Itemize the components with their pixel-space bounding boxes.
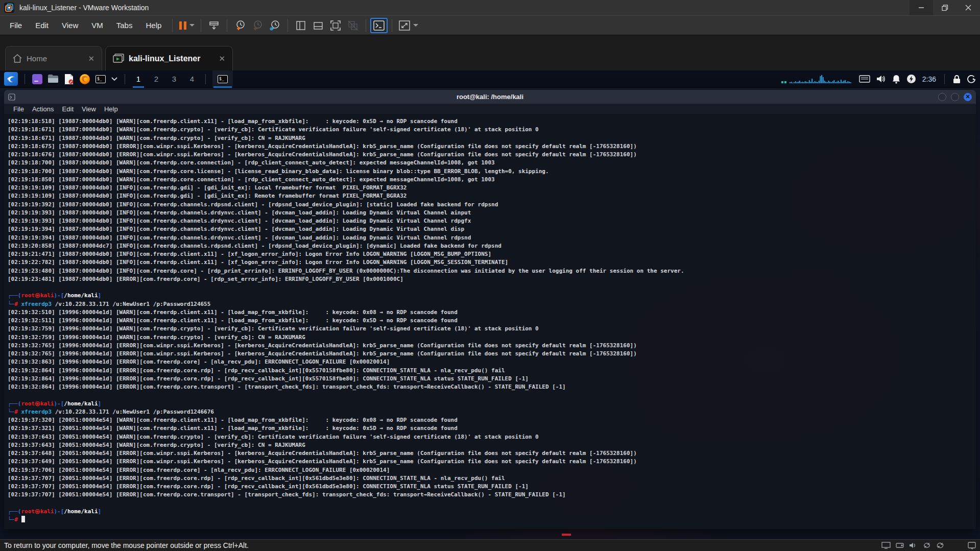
workspace-1[interactable]: 1	[132, 70, 145, 88]
terminal-log-line: [02:19:37:648] [20051:00004e54] [ERROR][…	[8, 449, 976, 458]
kali-applications-menu-button[interactable]	[4, 72, 18, 86]
status-sound-icon[interactable]	[909, 542, 918, 549]
chevron-down-icon[interactable]	[111, 77, 118, 81]
menu-view[interactable]: View	[55, 18, 85, 33]
terminal-log-line: [02:19:37:707] [20051:00004e54] [ERROR][…	[8, 491, 976, 499]
menu-file[interactable]: File	[3, 18, 29, 33]
terminal-menu-file[interactable]: File	[9, 105, 28, 113]
workspace-3[interactable]: 3	[168, 70, 181, 88]
terminal-minimize-button[interactable]	[938, 93, 946, 101]
terminal-log-line: [02:19:32:511] [19996:00004e1d] [WARN][c…	[8, 317, 976, 325]
notifications-bell-icon[interactable]	[892, 75, 900, 84]
terminal-window: root@kali: /home/kali ✕ FileActionsEditV…	[4, 90, 976, 529]
kali-dragon-icon	[6, 74, 16, 84]
terminal-menu-help[interactable]: Help	[100, 105, 122, 113]
menu-tabs[interactable]: Tabs	[110, 18, 139, 33]
send-ctrl-alt-del-button[interactable]	[205, 18, 223, 33]
stretch-dropdown-caret[interactable]	[413, 24, 418, 27]
terminal-log-line: [02:19:22:782] [19887:00004db0] [INFO][c…	[8, 258, 976, 267]
wallpaper-red-accent	[562, 534, 571, 536]
terminal-log-line: [02:19:19:109] [19887:00004db0] [INFO][c…	[8, 184, 976, 192]
tab-close-icon[interactable]: ✕	[219, 54, 225, 63]
toolbar-separator	[288, 19, 288, 32]
display-settings-icon[interactable]	[859, 75, 870, 83]
document-icon	[64, 74, 74, 85]
terminal-menu-actions[interactable]: Actions	[28, 105, 58, 113]
status-message: To return to your computer, move the mou…	[4, 541, 249, 549]
tab-home[interactable]: Home ✕	[5, 46, 102, 70]
terminal-log-line: [02:19:23:480] [19887:00004db0] [INFO][c…	[8, 267, 976, 275]
taskbar-terminal-window-button[interactable]: $_	[212, 70, 233, 88]
workspace-2[interactable]: 2	[150, 70, 163, 88]
fullscreen-button[interactable]	[327, 18, 344, 33]
cpu-usage-graph[interactable]	[781, 74, 853, 84]
snapshot-manager-icon	[269, 20, 280, 31]
terminal-menu-view[interactable]: View	[78, 105, 100, 113]
vm-screen-icon	[113, 54, 124, 63]
kali-top-panel: $_ 1 2 3 4 $_	[0, 70, 980, 88]
manage-snapshots-button[interactable]	[266, 18, 283, 33]
status-display-icon[interactable]	[881, 542, 891, 549]
close-button[interactable]	[957, 0, 980, 15]
status-sync-icon[interactable]	[923, 542, 931, 549]
terminal-maximize-button[interactable]	[951, 93, 959, 101]
terminal-log-line: [02:19:23:481] [19887:00004db0] [ERROR][…	[8, 275, 976, 283]
terminal-titlebar[interactable]: root@kali: /home/kali ✕	[4, 90, 976, 104]
workspace-4[interactable]: 4	[185, 70, 199, 88]
home-icon	[13, 54, 22, 63]
terminal-log-line: [02:19:32:510] [19996:00004e1d] [WARN][c…	[8, 308, 976, 317]
text-editor-launcher[interactable]	[63, 74, 75, 85]
menu-edit[interactable]: Edit	[29, 18, 55, 33]
panel-separator	[944, 74, 945, 84]
toolbar-separator	[201, 19, 201, 32]
workspace-number: 1	[136, 75, 140, 83]
pause-icon	[179, 21, 187, 30]
restore-button[interactable]	[933, 0, 957, 15]
terminal-menubar: FileActionsEditViewHelp	[4, 104, 976, 114]
tab-close-icon[interactable]: ✕	[88, 54, 94, 63]
terminal-log-line: [02:19:21:471] [19887:00004db0] [INFO][c…	[8, 250, 976, 258]
logout-icon[interactable]	[967, 75, 976, 84]
menu-help[interactable]: Help	[139, 18, 168, 33]
open-terminal-button[interactable]	[370, 18, 388, 33]
toolbar-separator	[172, 19, 173, 32]
status-harddisk-icon[interactable]	[896, 542, 904, 549]
menu-vm[interactable]: VM	[85, 18, 110, 33]
terminal-prompt-line: ┌──(root㉿kali)-[/home/kali]	[8, 508, 976, 516]
terminal-prompt-line: ┌──(root㉿kali)-[/home/kali]	[8, 400, 976, 408]
terminal-log-line: [02:19:20:858] [19887:00004dc7] [INFO][c…	[8, 242, 976, 250]
terminal-menu-edit[interactable]: Edit	[58, 105, 78, 113]
ctrl-alt-del-icon	[209, 20, 219, 31]
horizontal-split-icon	[313, 20, 323, 31]
take-snapshot-button[interactable]	[231, 18, 249, 33]
minimize-button[interactable]	[910, 0, 933, 15]
suspend-vm-button[interactable]	[177, 18, 197, 33]
terminal-log-line: [02:19:19:392] [19887:00004db0] [INFO][c…	[8, 201, 976, 209]
suspend-dropdown-caret[interactable]	[189, 24, 195, 27]
terminal-icon: $_	[95, 75, 106, 83]
terminal-close-button[interactable]: ✕	[964, 93, 972, 101]
vm-display-area: $_ 1 2 3 4 $_	[0, 70, 980, 539]
tab-kali-linux-listener[interactable]: kali-linux_Listener ✕	[105, 46, 233, 70]
volume-icon[interactable]	[876, 75, 886, 83]
status-message-log-icon[interactable]	[968, 542, 976, 549]
terminal-log-line: [02:19:37:707] [20051:00004e54] [ERROR][…	[8, 474, 976, 483]
terminal-content[interactable]: [02:19:18:518] [19887:00004db0] [WARN][c…	[4, 114, 976, 529]
show-console-view-button[interactable]	[309, 18, 327, 33]
terminal-log-line: [02:19:18:671] [19887:00004db0] [WARN][c…	[8, 126, 976, 134]
tab-label: kali-linux_Listener	[129, 54, 201, 63]
toolbar-separator	[366, 19, 366, 32]
show-sidebar-button[interactable]	[292, 18, 309, 33]
file-manager-launcher[interactable]	[47, 74, 59, 85]
app-launcher-appearance[interactable]	[32, 74, 43, 85]
panel-clock[interactable]: 2:36	[922, 75, 936, 83]
power-manager-icon[interactable]	[906, 74, 916, 84]
lock-screen-icon[interactable]	[953, 75, 961, 84]
terminal-launcher[interactable]: $_	[95, 74, 106, 85]
terminal-log-line: [02:19:19:394] [19887:00004db0] [INFO][c…	[8, 234, 976, 242]
terminal-blank-line	[8, 391, 976, 399]
terminal-log-line: [02:19:32:864] [19996:00004e1d] [ERROR][…	[8, 367, 976, 375]
stretch-guest-button[interactable]	[396, 18, 420, 33]
firefox-launcher[interactable]	[79, 74, 90, 85]
status-usb-icon[interactable]	[936, 542, 944, 549]
